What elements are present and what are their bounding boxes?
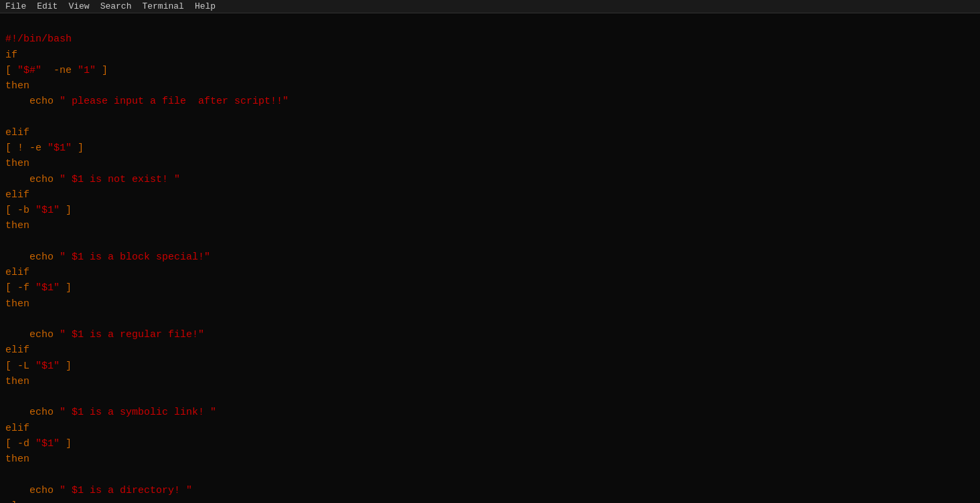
code-token: [ -b [5,205,35,216]
code-token: "$1" [48,142,72,154]
code-token: " $1 is a regular file!" [60,329,204,340]
code-token: else [5,500,29,503]
code-token: echo [5,329,60,340]
code-token: ] [72,142,84,154]
code-token: ] [60,205,72,216]
code-token: "1" [78,65,96,76]
code-line: echo " $1 is a directory! " [5,483,975,498]
code-token: "$1" [35,282,60,294]
code-line [5,234,975,249]
code-token: "$#" [17,65,42,76]
code-line: then [5,218,975,233]
code-token: [ -f [5,282,35,294]
code-token: ] [96,65,108,76]
code-line: elif [5,125,975,140]
code-line: if [5,47,975,63]
code-token: " $1 is a block special!" [60,252,210,263]
code-token: elif [5,344,29,356]
code-token: " $1 is a directory! " [60,485,192,496]
code-token: ] [60,282,72,294]
menu-view[interactable]: View [68,1,89,11]
code-line [5,110,975,125]
code-area: #!/bin/bashif[ "$#" -ne "1" ]then echo "… [0,13,980,503]
code-line: then [5,374,975,389]
code-line: [ "$#" -ne "1" ] [5,63,975,78]
code-line: [ -b "$1" ] [5,203,975,218]
code-token: echo [5,252,60,263]
code-line: [ -d "$1" ] [5,436,975,451]
code-token: then [5,220,29,231]
menu-edit[interactable]: Edit [37,1,58,11]
code-token: ] [60,438,72,449]
code-token: " please input a file after script!!" [60,96,289,107]
code-line: elif [5,187,975,203]
menu-help[interactable]: Help [195,1,216,11]
code-line: [ ! -e "$1" ] [5,140,975,156]
code-line: echo " $1 is not exist! " [5,172,975,187]
code-token: "$1" [35,361,60,372]
code-token: [ -d [5,438,35,449]
code-line: echo " please input a file after script!… [5,94,975,109]
code-line: then [5,78,975,94]
code-line: echo " $1 is a symbolic link! " [5,405,975,420]
code-line: #!/bin/bash [5,31,975,47]
code-token: then [5,376,29,387]
menu-file[interactable]: File [5,1,26,11]
code-token: if [5,49,17,61]
code-token: [ [5,65,17,76]
code-line: then [5,451,975,467]
code-token: [ -L [5,361,35,372]
menu-terminal[interactable]: Terminal [142,1,183,11]
code-token: elif [5,267,29,278]
code-token: then [5,454,29,465]
code-token: then [5,80,29,92]
code-line: then [5,156,975,171]
code-line: elif [5,342,975,358]
menu-bar: File Edit View Search Terminal Help [0,0,980,13]
code-token: then [5,298,29,310]
code-line [5,312,975,327]
code-line: else [5,498,975,503]
code-line [5,389,975,405]
code-line: elif [5,421,975,436]
menu-search[interactable]: Search [100,1,132,11]
code-token: echo [5,485,60,496]
code-line: echo " $1 is a regular file!" [5,327,975,342]
code-line: [ -L "$1" ] [5,359,975,374]
code-token: -ne [42,65,78,76]
code-token: elif [5,189,29,201]
code-line: echo " $1 is a block special!" [5,249,975,265]
code-token: "$1" [35,438,60,449]
code-token: then [5,158,29,169]
code-token: "$1" [35,205,60,216]
code-token: elif [5,127,29,138]
code-token: " $1 is a symbolic link! " [60,407,216,418]
code-token: #!/bin/bash [5,33,72,45]
code-token: elif [5,423,29,434]
code-line: then [5,296,975,312]
code-token: echo [5,96,60,107]
code-token: echo [5,174,60,185]
code-line: elif [5,265,975,280]
code-token: ] [60,361,72,372]
code-line: [ -f "$1" ] [5,280,975,296]
code-token: " $1 is not exist! " [60,174,180,185]
code-token: echo [5,407,60,418]
code-token: [ ! -e [5,142,48,154]
code-line [5,467,975,482]
